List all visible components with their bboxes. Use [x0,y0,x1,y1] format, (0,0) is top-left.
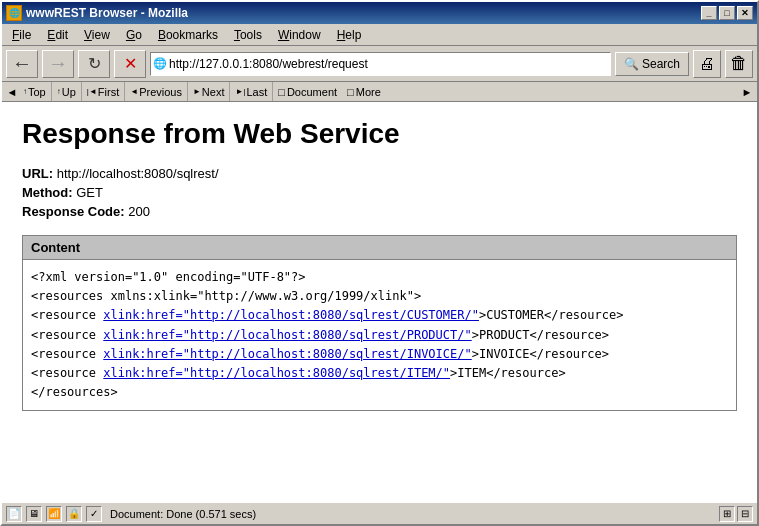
minimize-button[interactable]: _ [701,6,717,20]
print-button[interactable]: 🖨 [693,50,721,78]
resource3-pre: <resource [31,347,103,361]
search-label: Search [642,57,680,71]
doc-icon: □ [278,86,285,98]
nav-document[interactable]: □ Document [273,86,342,98]
resource3-line: <resource xlink:href="http://localhost:8… [31,345,728,364]
menu-window[interactable]: Window [272,26,327,44]
titlebar: 🌐 wwwREST Browser - Mozilla _ □ ✕ [2,2,757,24]
search-icon: 🔍 [624,57,639,71]
trash-button[interactable]: 🗑 [725,50,753,78]
response-row: Response Code: 200 [22,204,737,219]
address-bar: 🌐 [150,52,611,76]
menu-help[interactable]: Help [331,26,368,44]
address-icon: 🌐 [153,57,167,70]
nav-scroll-right[interactable]: ► [741,85,753,99]
menu-bookmarks[interactable]: Bookmarks [152,26,224,44]
nav-first[interactable]: |◄ First [82,82,125,101]
more-icon: □ [347,86,354,98]
url-label: URL: [22,166,53,181]
nav-scroll-left[interactable]: ◄ [6,85,18,99]
back-button[interactable]: ← [6,50,38,78]
statusbar-text: Document: Done (0.571 secs) [106,508,715,520]
statusbar-icon4: 🔒 [66,506,82,522]
resource1-line: <resource xlink:href="http://localhost:8… [31,306,728,325]
nav-document-label: Document [287,86,337,98]
resource4-line: <resource xlink:href="http://localhost:8… [31,364,728,383]
menu-go[interactable]: Go [120,26,148,44]
close-button[interactable]: ✕ [737,6,753,20]
menu-view[interactable]: View [78,26,116,44]
navbar: ◄ ↑ Top ↑ Up |◄ First ◄ Previous ► Next … [2,82,757,102]
app-icon: 🌐 [6,5,22,21]
statusbar-right-icon1: ⊞ [719,506,735,522]
nav-top[interactable]: ↑ Top [18,82,52,101]
method-value: GET [76,185,103,200]
next-arrow: ► [193,87,201,96]
url-row: URL: http://localhost:8080/sqlrest/ [22,166,737,181]
browser-window: 🌐 wwwREST Browser - Mozilla _ □ ✕ File E… [0,0,759,526]
resource2-pre: <resource [31,328,103,342]
xml-line1: <?xml version="1.0" encoding="UTF-8"?> [31,268,728,287]
nav-more[interactable]: □ More [342,86,386,98]
xml-close: </resources> [31,383,728,402]
page-title: Response from Web Service [22,118,737,150]
nav-last[interactable]: ►| Last [230,82,273,101]
statusbar: 📄 🖥 📶 🔒 ✓ Document: Done (0.571 secs) ⊞ … [2,502,757,524]
window-title: wwwREST Browser - Mozilla [26,6,188,20]
nav-first-label: First [98,86,119,98]
nav-up-label: Up [62,86,76,98]
method-label: Method: [22,185,73,200]
nav-next-label: Next [202,86,225,98]
resource2-link[interactable]: xlink:href="http://localhost:8080/sqlres… [103,328,471,342]
response-label: Response Code: [22,204,125,219]
resource4-link[interactable]: xlink:href="http://localhost:8080/sqlres… [103,366,450,380]
statusbar-icon5: ✓ [86,506,102,522]
content-wrapper: Response from Web Service URL: http://lo… [2,102,757,502]
nav-up[interactable]: ↑ Up [52,82,82,101]
prev-arrow: ◄ [130,87,138,96]
content-area: Response from Web Service URL: http://lo… [2,102,757,502]
nav-previous[interactable]: ◄ Previous [125,82,188,101]
last-arrow: ►| [235,87,245,96]
url-value: http://localhost:8080/sqlrest/ [57,166,219,181]
statusbar-right: ⊞ ⊟ [719,506,753,522]
resource4-pre: <resource [31,366,103,380]
maximize-button[interactable]: □ [719,6,735,20]
xml-line2: <resources xmlns:xlink="http://www.w3.or… [31,287,728,306]
resource2-line: <resource xlink:href="http://localhost:8… [31,326,728,345]
up-arrow: ↑ [57,87,61,96]
titlebar-left: 🌐 wwwREST Browser - Mozilla [6,5,188,21]
resource1-post: >CUSTOMER</resource> [479,308,624,322]
forward-button[interactable]: → [42,50,74,78]
resource3-post: >INVOICE</resource> [472,347,609,361]
statusbar-icon3: 📶 [46,506,62,522]
meta-section: URL: http://localhost:8080/sqlrest/ Meth… [22,166,737,219]
top-arrow: ↑ [23,87,27,96]
resource4-post: >ITEM</resource> [450,366,566,380]
nav-top-label: Top [28,86,46,98]
menu-tools[interactable]: Tools [228,26,268,44]
search-button[interactable]: 🔍 Search [615,52,689,76]
nav-next[interactable]: ► Next [188,82,231,101]
resource1-link[interactable]: xlink:href="http://localhost:8080/sqlres… [103,308,479,322]
first-arrow: |◄ [87,87,97,96]
toolbar: ← → ↻ ✕ 🌐 🔍 Search 🖨 🗑 [2,46,757,82]
resource3-link[interactable]: xlink:href="http://localhost:8080/sqlres… [103,347,471,361]
menu-edit[interactable]: Edit [41,26,74,44]
address-input[interactable] [169,57,608,71]
content-box-body: <?xml version="1.0" encoding="UTF-8"?> <… [23,260,736,410]
statusbar-icon2: 🖥 [26,506,42,522]
resource1-pre: <resource [31,308,103,322]
menu-file[interactable]: File [6,26,37,44]
reload-button[interactable]: ↻ [78,50,110,78]
window-controls: _ □ ✕ [701,6,753,20]
resource2-post: >PRODUCT</resource> [472,328,609,342]
stop-button[interactable]: ✕ [114,50,146,78]
response-value: 200 [128,204,150,219]
content-box-header: Content [23,236,736,260]
nav-previous-label: Previous [139,86,182,98]
statusbar-icon1: 📄 [6,506,22,522]
nav-more-label: More [356,86,381,98]
content-box: Content <?xml version="1.0" encoding="UT… [22,235,737,411]
method-row: Method: GET [22,185,737,200]
